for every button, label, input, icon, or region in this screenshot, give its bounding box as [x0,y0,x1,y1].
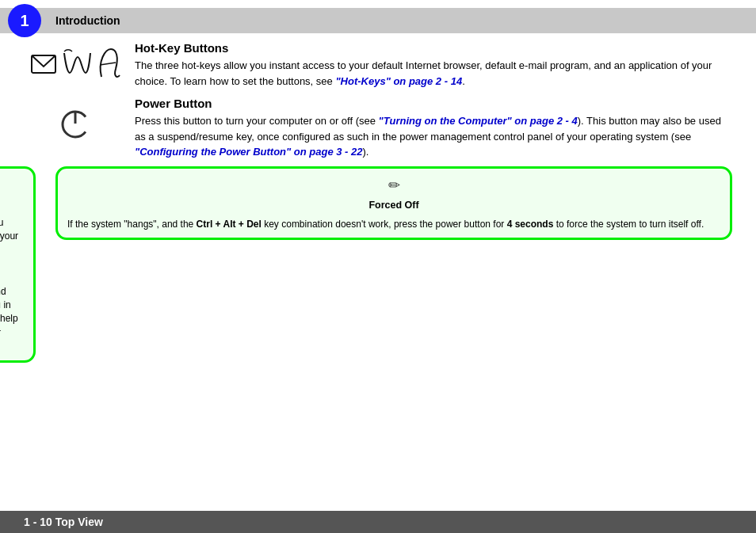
power-section: Power Button Press this button to turn y… [24,97,732,363]
hotkey-body-after: . [462,75,465,87]
header-bar: 1 Introduction [0,8,756,33]
forced-off-ctrl-del: Ctrl + Alt + Del [197,219,262,230]
shutdown-text-1: Please note that you should always shut … [0,217,18,269]
hotkey-svg-icons [30,45,121,89]
power-body-before: Press this button to turn your computer … [135,115,379,127]
forced-off-note-title: Forced Off [67,198,720,213]
power-button-icon [55,103,95,143]
forced-off-4sec: 4 seconds [507,219,554,230]
shutdown-note-title: Shutdown [0,197,24,211]
hotkey-link[interactable]: "Hot-Keys" on page 2 - 14 [335,75,462,87]
shutdown-note-body: Please note that you should always shut … [0,216,24,354]
chapter-badge: 1 [8,4,41,37]
footer-bar: 1 - 10 Top View [0,511,756,533]
hotkey-body: The three hot-keys allow you instant acc… [135,58,732,89]
shutdown-text-2: command from the Start menu in [0,286,11,310]
hotkey-text: Hot-Key Buttons The three hot-keys allow… [127,41,732,89]
power-body-after: ). [363,146,369,158]
shutdown-text-3: This will help prevent hard disk or syst… [0,313,18,352]
hotkey-heading: Hot-Key Buttons [135,41,732,55]
forced-off-note-box: ✏ Forced Off If the system "hangs", and … [55,166,732,241]
forced-off-text-2: key combination doesn't work, press the … [262,219,507,230]
power-body: Press this button to turn your computer … [135,113,732,160]
forced-off-note-body: If the system "hangs", and the Ctrl + Al… [67,217,720,231]
shutdown-pencil-icon: ✏ [0,175,24,196]
hotkey-section: Hot-Key Buttons The three hot-keys allow… [24,41,732,89]
page-container: 1 Introduction [0,0,756,533]
power-link2[interactable]: "Configuring the Power Button" on page 3… [135,146,363,158]
forced-off-text-3: to force the system to turn itself off. [553,219,704,230]
power-link1[interactable]: "Turning on the Computer" on page 2 - 4 [379,115,578,127]
chapter-number: 1 [20,12,29,30]
power-icon-area [24,97,127,143]
power-heading: Power Button [135,97,732,110]
footer-text: 1 - 10 Top View [24,516,103,528]
header-title: Introduction [55,14,120,27]
shutdown-note-box: ✏ Shutdown Please note that you should a… [0,166,36,363]
forced-off-text-1: If the system "hangs", and the [67,219,197,230]
hotkey-icons-area [24,41,127,89]
notes-row: ✏ Shutdown Please note that you should a… [8,166,732,363]
main-content: Hot-Key Buttons The three hot-keys allow… [0,33,756,511]
forced-off-pencil-icon: ✏ [67,175,720,196]
power-text-and-notes: Power Button Press this button to turn y… [127,97,732,363]
